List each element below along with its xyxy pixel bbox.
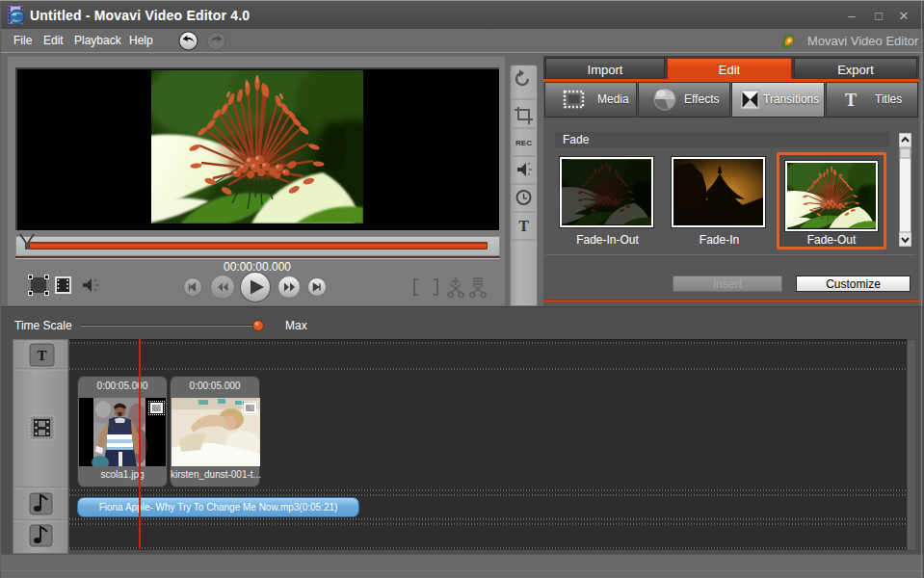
svg-text:T: T	[845, 91, 857, 110]
svg-text:T: T	[37, 348, 46, 363]
svg-text:T: T	[518, 218, 529, 234]
svg-text:REC: REC	[515, 139, 532, 147]
